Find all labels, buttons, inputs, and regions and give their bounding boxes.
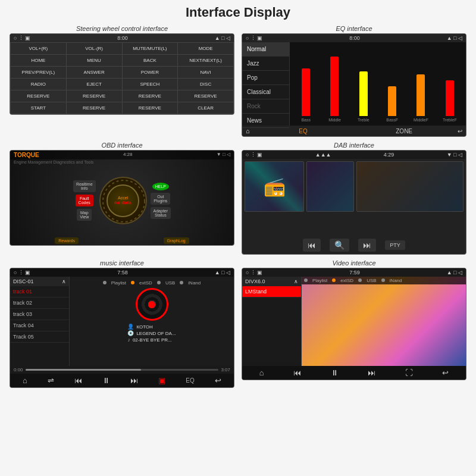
dab-time: 4:29	[384, 152, 394, 158]
obd-help-btn[interactable]: HELP	[152, 183, 169, 190]
eq-menu-rock[interactable]: Rock	[242, 99, 289, 114]
dab-controls: ⏮ 🔍 ⏭ PTY	[242, 236, 466, 254]
video-collapse-icon[interactable]: ∧	[294, 278, 298, 284]
sw-btn-back[interactable]: BACK	[123, 55, 178, 66]
sw-btn-res1[interactable]: RESERVE	[11, 90, 66, 102]
sw-btn-disc[interactable]: DISC	[178, 79, 233, 90]
eq-back-button[interactable]: ↩	[458, 128, 462, 134]
obd-plugins-btn[interactable]: OutPlugins	[151, 193, 170, 205]
music-track-1[interactable]: track 01	[10, 286, 69, 298]
video-src-playlist[interactable]: Playlist	[312, 278, 327, 283]
sw-button-grid: VOL+(R) VOL-(R) MUTE/MUTE(L) MODE HOME M…	[10, 42, 234, 114]
sw-btn-res2[interactable]: RESERVE	[67, 90, 122, 102]
sw-btn-res4[interactable]: RESERVE	[178, 90, 233, 102]
video-prev-button[interactable]: ⏮	[293, 368, 301, 377]
sw-btn-res6[interactable]: RESERVE	[123, 102, 178, 114]
obd-realtime-btn[interactable]: RealtimeInfo	[73, 180, 96, 192]
music-src-extsd[interactable]: extSD	[139, 280, 152, 286]
music-track-3[interactable]: track 03	[10, 309, 69, 320]
music-track-5[interactable]: Track 05	[10, 331, 69, 343]
eq-menu-normal[interactable]: Normal	[242, 42, 289, 57]
sw-btn-answer[interactable]: ANSWER	[67, 67, 122, 78]
sw-btn-clear[interactable]: CLEAR	[178, 102, 233, 114]
video-src-usb[interactable]: USB	[367, 278, 376, 283]
sw-btn-eject[interactable]: EJECT	[67, 79, 122, 90]
video-format-label: DIVX6.0	[245, 278, 265, 284]
music-src-playlist[interactable]: Playlist	[111, 280, 126, 286]
eq-menu-pop[interactable]: Pop	[242, 71, 289, 85]
video-back-button[interactable]: ↩	[442, 368, 449, 377]
obd-adapter-btn[interactable]: AdapterStatus	[151, 207, 171, 219]
eq-zone-label[interactable]: ZONE	[356, 128, 452, 134]
video-label: Video interface	[242, 259, 466, 267]
sw-icons: ○ ⋮ ▣	[14, 35, 30, 41]
music-label: music interface	[10, 259, 234, 267]
sw-btn-volminus[interactable]: VOL-(R)	[67, 43, 122, 54]
sw-btn-next[interactable]: NEXT/NEXT(L)	[178, 55, 233, 66]
eq-topbar: ○ ⋮ ▣ 8:00 ▲ □ ◁	[242, 34, 466, 42]
video-src-inand[interactable]: iNand	[390, 278, 402, 283]
music-back-button[interactable]: ↩	[215, 376, 221, 385]
music-collapse-icon[interactable]: ∧	[62, 278, 66, 284]
music-home-button[interactable]: ⌂	[23, 376, 27, 385]
sw-btn-navi[interactable]: NAVI	[178, 67, 233, 78]
sw-btn-power[interactable]: POWER	[123, 67, 178, 78]
obd-graphlog-btn[interactable]: GraphLog	[164, 237, 189, 244]
eq-bar-middle: Middle	[322, 57, 347, 122]
obd-map-btn[interactable]: MapView	[77, 209, 92, 221]
eq-menu-classical[interactable]: Classical	[242, 85, 289, 99]
eq-tab-label[interactable]: EQ	[256, 128, 351, 134]
eq-bar-label-middlef: MiddleF	[414, 118, 428, 122]
music-inand-dot	[180, 280, 183, 286]
video-pause-button[interactable]: ⏸	[331, 368, 339, 377]
music-next-button[interactable]: ⏭	[130, 376, 138, 385]
music-track-2[interactable]: track 02	[10, 298, 69, 309]
sw-btn-volr[interactable]: VOL+(R)	[11, 43, 66, 54]
music-pause-button[interactable]: ⏸	[102, 376, 110, 385]
dab-search-button[interactable]: 🔍	[330, 239, 349, 252]
sw-btn-prev[interactable]: PREV/PREV(L)	[11, 67, 66, 78]
music-progress-bar: 0:00 3:07	[10, 366, 234, 374]
sw-btn-res5[interactable]: RESERVE	[67, 102, 122, 114]
video-next-button[interactable]: ⏭	[368, 368, 375, 377]
music-eq-button[interactable]: EQ	[186, 377, 194, 384]
music-note-icon: ♪	[127, 337, 130, 343]
sw-btn-mute[interactable]: MUTE/MUTE(L)	[123, 43, 178, 54]
sw-btn-speech[interactable]: SPEECH	[123, 79, 178, 90]
music-track-4[interactable]: Track 04	[10, 320, 69, 331]
music-src-inand[interactable]: iNand	[188, 280, 201, 286]
video-inand-dot	[381, 278, 385, 283]
video-playlist-dot	[304, 278, 308, 283]
video-item-1[interactable]: LMStand	[242, 286, 301, 298]
obd-rewards-btn[interactable]: Rewards	[55, 237, 79, 244]
obd-main-gauge: Accel no data	[99, 177, 147, 224]
music-progress-track[interactable]	[26, 369, 219, 371]
sw-btn-menu[interactable]: MENU	[67, 55, 122, 66]
sw-btn-res3[interactable]: RESERVE	[123, 90, 178, 102]
music-stop-button[interactable]: ▣	[158, 376, 165, 385]
video-fullscreen-button[interactable]: ⛶	[405, 368, 413, 377]
sw-topbar: ○ ⋮ ▣ 8:00 ▲ □ ◁	[10, 34, 234, 42]
music-src-usb[interactable]: USB	[165, 280, 175, 286]
eq-menu-jazz[interactable]: Jazz	[242, 57, 289, 71]
music-usb-dot	[157, 280, 161, 286]
dab-next-button[interactable]: ⏭	[358, 239, 376, 252]
music-playlist-dot	[103, 280, 107, 286]
music-prev-button[interactable]: ⏮	[74, 376, 82, 385]
dab-prev-button[interactable]: ⏮	[303, 239, 321, 252]
dab-pty-button[interactable]: PTY	[385, 240, 405, 250]
video-usb-dot	[358, 278, 362, 283]
eq-menu-news[interactable]: News	[242, 114, 289, 128]
sw-btn-start[interactable]: START	[11, 102, 66, 114]
eq-home-button[interactable]: ⌂	[246, 127, 250, 134]
eq-bar-treble: Treble	[351, 71, 376, 122]
music-vinyl-center	[148, 301, 155, 308]
music-shuffle-button[interactable]: ⇌	[48, 376, 54, 385]
sw-btn-home[interactable]: HOME	[11, 55, 66, 66]
video-home-button[interactable]: ⌂	[259, 368, 264, 377]
video-src-extsd[interactable]: extSD	[340, 278, 353, 283]
sw-btn-radio[interactable]: RADIO	[11, 79, 66, 90]
sw-btn-mode[interactable]: MODE	[178, 43, 233, 54]
music-playlist: DISC-01 ∧ track 01 track 02 track 03 Tra…	[10, 277, 70, 366]
obd-fault-btn[interactable]: FaultCodes	[76, 195, 93, 206]
